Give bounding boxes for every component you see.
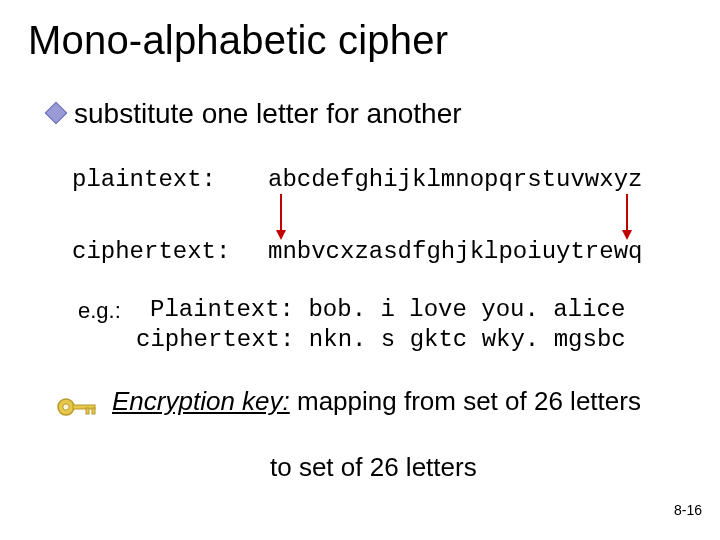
example-label: e.g.: [78, 298, 121, 324]
key-definition-lead: Encryption key: [112, 386, 290, 416]
slide-title: Mono-alphabetic cipher [28, 18, 448, 63]
slide: Mono-alphabetic cipher substitute one le… [0, 0, 720, 540]
plaintext-value: abcdefghijklmnopqrstuvwxyz [268, 166, 642, 193]
example-plaintext: Plaintext: bob. i love you. alice [150, 296, 625, 323]
page-number: 8-16 [674, 502, 702, 518]
bullet-text: substitute one letter for another [74, 98, 462, 129]
svg-rect-3 [86, 408, 89, 414]
ciphertext-value: mnbvcxzasdfghjklpoiuytrewq [268, 238, 642, 265]
diamond-bullet-icon [45, 102, 68, 125]
key-icon [56, 394, 100, 424]
bullet-substitute: substitute one letter for another [48, 98, 462, 130]
plaintext-label: plaintext: [72, 166, 216, 193]
key-definition-line1: Encryption key: mapping from set of 26 l… [112, 386, 672, 417]
mapping-arrow-icon [626, 194, 628, 238]
svg-point-1 [63, 404, 69, 410]
mapping-arrow-icon [280, 194, 282, 238]
example-ciphertext: ciphertext: nkn. s gktc wky. mgsbc [136, 326, 626, 353]
key-definition-rest: mapping from set of 26 letters [290, 386, 641, 416]
ciphertext-label: ciphertext: [72, 238, 230, 265]
svg-rect-4 [92, 408, 95, 414]
key-definition-line2: to set of 26 letters [270, 452, 477, 483]
